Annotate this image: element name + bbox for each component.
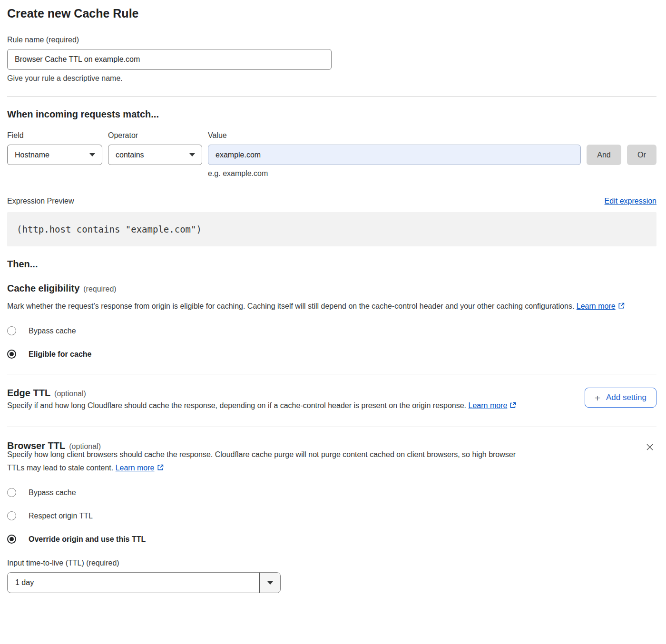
divider [7, 374, 656, 374]
chevron-down-icon [267, 581, 273, 585]
edge-ttl-description: Specify if and how long Cloudflare shoul… [7, 399, 530, 413]
radio-override-origin-ttl[interactable]: Override origin and use this TTL [7, 533, 656, 546]
radio-selected-icon [7, 350, 16, 359]
operator-select[interactable]: contains [108, 145, 202, 165]
then-heading: Then... [7, 259, 656, 270]
radio-selected-icon [7, 535, 16, 544]
cache-eligibility-qualifier: (required) [83, 285, 116, 293]
value-helper: e.g. example.com [208, 169, 581, 178]
learn-more-link[interactable]: Learn more [469, 401, 508, 410]
create-cache-rule-form: Create new Cache Rule Rule name (require… [0, 0, 666, 612]
edit-expression-link[interactable]: Edit expression [605, 197, 656, 205]
remove-browser-ttl-button[interactable] [643, 440, 656, 454]
radio-icon [7, 488, 16, 497]
rule-name-input[interactable] [7, 49, 332, 70]
edge-ttl-title: Edge TTL [7, 388, 50, 398]
browser-ttl-description: Specify how long client browsers should … [7, 448, 530, 476]
close-icon [645, 442, 655, 452]
divider [7, 427, 656, 427]
edge-ttl-qualifier: (optional) [54, 390, 86, 398]
radio-bypass-cache[interactable]: Bypass cache [7, 324, 656, 337]
and-button[interactable]: And [587, 145, 621, 165]
radio-bypass-cache[interactable]: Bypass cache [7, 486, 656, 499]
cache-eligibility-options: Bypass cache Eligible for cache [7, 324, 656, 361]
radio-icon [7, 511, 16, 520]
expression-code-box: (http.host contains "example.com") [7, 212, 656, 246]
radio-respect-origin-ttl[interactable]: Respect origin TTL [7, 509, 656, 522]
expression-code: (http.host contains "example.com") [17, 224, 202, 234]
browser-ttl-options: Bypass cache Respect origin TTL Override… [7, 486, 656, 546]
chevron-down-icon [189, 153, 195, 156]
add-setting-button[interactable]: + Add setting [585, 388, 656, 408]
or-button[interactable]: Or [627, 145, 656, 165]
radio-eligible-for-cache[interactable]: Eligible for cache [7, 348, 656, 361]
learn-more-link[interactable]: Learn more [116, 464, 155, 472]
external-link-icon [157, 462, 164, 476]
expression-preview-label: Expression Preview [7, 197, 74, 205]
operator-select-value: contains [116, 151, 144, 159]
rule-name-label: Rule name (required) [7, 36, 656, 44]
page-title: Create new Cache Rule [7, 7, 656, 20]
cache-eligibility-description: Mark whether the request’s response from… [7, 300, 647, 314]
chevron-down-icon [89, 153, 95, 156]
rule-name-helper: Give your rule a descriptive name. [7, 74, 656, 83]
radio-icon [7, 326, 16, 335]
ttl-input-label: Input time-to-live (TTL) (required) [7, 559, 656, 567]
divider [7, 96, 656, 97]
expression-preview-header: Expression Preview Edit expression [7, 197, 656, 205]
cache-eligibility-title: Cache eligibility [7, 283, 79, 293]
external-link-icon [509, 400, 517, 413]
ttl-select-arrow[interactable] [259, 573, 280, 593]
field-select[interactable]: Hostname [7, 145, 102, 165]
plus-icon: + [595, 393, 600, 403]
external-link-icon [617, 301, 625, 314]
value-label: Value [208, 131, 581, 140]
match-condition-row: Field Operator Value Hostname contains A… [7, 131, 656, 178]
cache-eligibility-header: Cache eligibility(required) [7, 283, 656, 294]
match-heading: When incoming requests match... [7, 109, 656, 120]
value-input[interactable] [208, 145, 581, 165]
field-label: Field [7, 131, 102, 140]
learn-more-link[interactable]: Learn more [577, 302, 616, 310]
operator-label: Operator [108, 131, 202, 140]
ttl-select-value: 1 day [8, 573, 259, 593]
field-select-value: Hostname [15, 151, 49, 159]
ttl-select[interactable]: 1 day [7, 572, 281, 593]
